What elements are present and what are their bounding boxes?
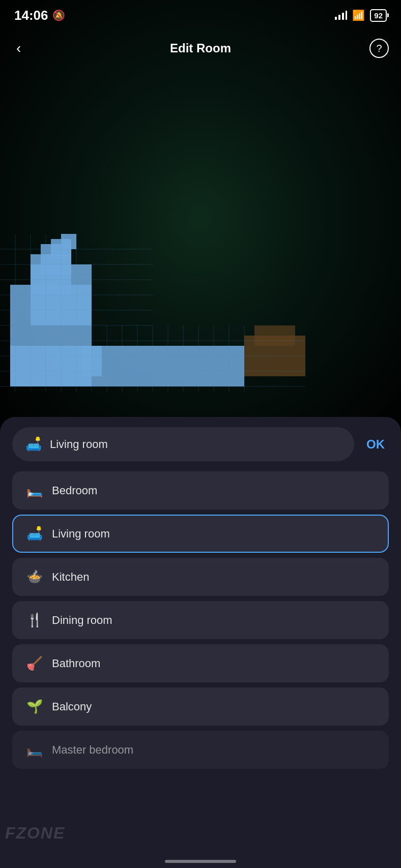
selected-room-row: 🛋️ Living room OK: [12, 427, 389, 461]
selected-room-label: Living room: [50, 438, 108, 451]
svg-rect-1: [254, 325, 295, 346]
ok-button[interactable]: OK: [362, 433, 389, 456]
balcony-icon: 🌱: [25, 699, 44, 714]
master-bedroom-label: Master bedroom: [52, 743, 133, 757]
kitchen-label: Kitchen: [52, 571, 89, 584]
signal-icon: [335, 11, 347, 20]
nav-bar: ‹ Edit Room ?: [0, 31, 401, 66]
selected-room-input[interactable]: 🛋️ Living room: [12, 427, 354, 461]
kitchen-icon: 🍲: [25, 569, 44, 585]
help-button[interactable]: ?: [369, 39, 389, 58]
page-title: Edit Room: [170, 41, 231, 55]
dining-room-icon: 🍴: [25, 612, 44, 628]
battery-level: 92: [374, 11, 383, 20]
mute-icon: 🔕: [52, 9, 65, 21]
status-time: 14:06 🔕: [14, 8, 65, 23]
living-room-icon: 🛋️: [25, 526, 44, 542]
room-item-living-room[interactable]: 🛋️ Living room: [12, 515, 389, 553]
svg-rect-8: [61, 234, 76, 249]
bedroom-icon: 🛏️: [25, 483, 44, 498]
back-button[interactable]: ‹: [12, 36, 25, 61]
status-bar: 14:06 🔕 📶 92: [0, 0, 401, 31]
room-item-bathroom[interactable]: 🪠 Bathroom: [12, 644, 389, 682]
battery-indicator: 92: [370, 9, 387, 22]
dining-room-label: Dining room: [52, 614, 112, 627]
room-item-balcony[interactable]: 🌱 Balcony: [12, 687, 389, 726]
room-item-kitchen[interactable]: 🍲 Kitchen: [12, 558, 389, 596]
help-icon: ?: [376, 43, 382, 54]
balcony-label: Balcony: [52, 700, 92, 713]
room-item-bedroom[interactable]: 🛏️ Bedroom: [12, 471, 389, 510]
bedroom-label: Bedroom: [52, 484, 97, 497]
selected-room-icon: 🛋️: [24, 436, 43, 452]
watermark: FZONE: [5, 824, 65, 843]
time-label: 14:06: [14, 8, 48, 23]
home-indicator: [165, 860, 236, 863]
status-right: 📶 92: [335, 9, 387, 22]
bathroom-label: Bathroom: [52, 657, 100, 670]
master-bedroom-icon: 🛏️: [25, 742, 44, 758]
bottom-panel: 🛋️ Living room OK 🛏️ Bedroom 🛋️ Living r…: [0, 417, 401, 868]
room-item-dining-room[interactable]: 🍴 Dining room: [12, 601, 389, 639]
bathroom-icon: 🪠: [25, 655, 44, 671]
room-list: 🛏️ Bedroom 🛋️ Living room 🍲 Kitchen 🍴 Di…: [12, 471, 389, 769]
living-room-label: Living room: [52, 527, 110, 541]
floor-plan: [0, 234, 305, 407]
wifi-icon: 📶: [352, 9, 365, 21]
room-item-master-bedroom[interactable]: 🛏️ Master bedroom: [12, 731, 389, 769]
